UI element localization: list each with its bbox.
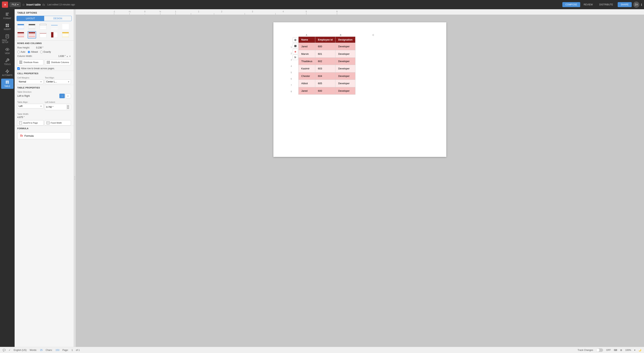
- svg-text:0: 0: [144, 11, 146, 13]
- indent-increment-button[interactable]: ▲: [66, 105, 70, 107]
- float-color-button[interactable]: ◈: [292, 49, 298, 54]
- svg-rect-13: [6, 82, 7, 83]
- sidebar-item-page-setup[interactable]: PAGE SETUP: [1, 33, 14, 45]
- table-style-grid: [14, 23, 74, 40]
- indent-decrement-button[interactable]: ▼: [66, 107, 70, 109]
- tab-layout[interactable]: LAYOUT: [17, 16, 44, 21]
- svg-rect-23: [29, 25, 35, 26]
- float-formula-button[interactable]: fx: [292, 55, 298, 60]
- file-menu-button[interactable]: FILE ▾: [10, 2, 20, 7]
- style-cell-2[interactable]: [28, 23, 36, 30]
- table-align-select[interactable]: Left ▼: [17, 104, 44, 108]
- column-labels: A B C: [289, 34, 390, 36]
- night-mode-icon[interactable]: 🌙: [638, 349, 641, 351]
- distribute-columns-button[interactable]: Distribute Columns: [45, 59, 71, 65]
- star-icon[interactable]: ☆: [22, 3, 25, 7]
- radio-auto[interactable]: Auto: [17, 51, 25, 53]
- table-width-label: Table Width:: [17, 113, 71, 115]
- float-table-button[interactable]: ▦: [292, 43, 298, 49]
- svg-rect-63: [47, 61, 48, 64]
- rtl-button[interactable]: ←: [66, 94, 71, 98]
- close-button[interactable]: ✕: [2, 2, 8, 8]
- col-label-b: B: [324, 34, 357, 36]
- sidebar-item-table[interactable]: TABLE: [1, 79, 14, 89]
- left-indent-group: Left Indent: 0.792 " ▲ ▼: [45, 101, 71, 110]
- col-width-collapse-icon[interactable]: ▼: [69, 55, 71, 57]
- style-cell-7[interactable]: [28, 31, 36, 39]
- sidebar-item-view[interactable]: VIEW: [1, 46, 14, 56]
- svg-text:3: 3: [252, 11, 253, 13]
- panel-divider[interactable]: [74, 9, 76, 347]
- document-page: A B C 1 2 3 4 5 6 7: [274, 22, 446, 157]
- view-mode-icon[interactable]: ⊞: [620, 349, 622, 351]
- text-align-arrow-icon: ▼: [68, 81, 70, 83]
- distribute-rows-icon: [19, 61, 22, 64]
- table-align-label: Table Align:: [17, 101, 44, 103]
- svg-rect-2: [6, 15, 8, 16]
- table-body: Jared600DeveloperMarvin601DeveloperThadd…: [298, 43, 356, 95]
- main-layout: FORMAT INSERT PAGE SETUP VIEW TOOLS AUTO…: [0, 9, 644, 347]
- style-cell-9[interactable]: [50, 31, 58, 39]
- svg-rect-46: [29, 36, 35, 37]
- svg-marker-11: [6, 70, 9, 73]
- float-settings-button[interactable]: ⚙: [292, 37, 298, 43]
- tab-review[interactable]: REVIEW: [580, 2, 596, 7]
- canvas-area: -1 -½ 0 ½ 1 1 2 3 4 5 6: [76, 9, 644, 347]
- svg-rect-24: [29, 27, 35, 28]
- zoom-dropdown-icon[interactable]: ▾: [634, 349, 635, 351]
- canvas-scroll[interactable]: A B C 1 2 3 4 5 6 7: [76, 15, 644, 347]
- svg-text:5: 5: [306, 11, 307, 13]
- style-cell-8[interactable]: [39, 31, 47, 39]
- radio-exactly[interactable]: Exactly: [40, 51, 51, 53]
- keyboard-icon[interactable]: ⌨: [614, 349, 617, 351]
- panel-title: TABLE OPTIONS: [14, 9, 74, 16]
- style-cell-10[interactable]: [61, 31, 70, 39]
- distribute-rows-button[interactable]: Distribute Rows: [17, 59, 44, 65]
- avatar[interactable]: ZA: [633, 2, 640, 8]
- sidebar-item-tools[interactable]: TOOLS: [1, 57, 14, 67]
- cell-margins-label: Cell Margins:: [17, 77, 44, 79]
- spell-icon[interactable]: ✓: [9, 349, 10, 351]
- section-rows-columns: ROWS AND COLUMNS: [14, 40, 74, 46]
- doc-title: Insert table: [26, 3, 41, 6]
- tab-design[interactable]: DESIGN: [44, 16, 72, 21]
- sidebar-item-format[interactable]: FORMAT: [1, 11, 14, 21]
- allow-break-checkbox[interactable]: [17, 67, 20, 70]
- ltr-button[interactable]: →: [59, 94, 65, 98]
- tab-compose[interactable]: COMPOSE: [562, 2, 580, 7]
- row-num-4: 4: [289, 63, 292, 69]
- table-direction-group: Table Direction: Left to Right → ←: [14, 90, 74, 99]
- svg-rect-12: [6, 81, 9, 82]
- comment-icon[interactable]: 💬: [3, 349, 6, 351]
- sidebar-item-automate[interactable]: AUTOMATE: [1, 68, 14, 78]
- track-changes-toggle[interactable]: [596, 348, 603, 352]
- tab-distribute[interactable]: DISTRIBUTE: [596, 2, 616, 7]
- svg-rect-1: [6, 14, 8, 15]
- svg-rect-43: [29, 32, 35, 33]
- svg-point-72: [74, 179, 75, 180]
- sidebar-item-insert[interactable]: INSERT: [1, 22, 14, 32]
- style-cell-6[interactable]: [16, 31, 25, 39]
- row-num-7: 7: [289, 82, 292, 88]
- style-cell-4[interactable]: [50, 23, 58, 30]
- info-icon[interactable]: ℹ: [641, 3, 642, 7]
- table-row: Marvin601Developer: [298, 50, 356, 58]
- fixed-width-button[interactable]: Fixed Width: [45, 120, 71, 126]
- folder-icon[interactable]: 🗀: [42, 3, 45, 6]
- radio-atleast[interactable]: Atleast: [28, 51, 38, 53]
- autofit-button[interactable]: AutoFit to Page: [17, 120, 44, 126]
- style-cell-3[interactable]: [39, 23, 47, 30]
- style-cell-5[interactable]: [61, 23, 70, 30]
- allow-break-row: Allow row to break across pages.: [14, 66, 74, 71]
- share-button[interactable]: SHARE: [618, 2, 632, 7]
- col-width-expand-icon[interactable]: ▲: [66, 55, 68, 57]
- style-cell-1[interactable]: [16, 23, 25, 30]
- svg-rect-56: [62, 34, 69, 35]
- text-align-select[interactable]: Center L... ▼: [45, 79, 71, 84]
- header-designation: Designation: [336, 37, 355, 43]
- zoom-level: 100%: [625, 349, 631, 351]
- cell-margins-select[interactable]: Normal ▼: [17, 79, 44, 84]
- svg-rect-0: [6, 13, 9, 14]
- col-width-label: Column Width:: [17, 55, 58, 58]
- formula-button[interactable]: fx Formula: [17, 132, 71, 139]
